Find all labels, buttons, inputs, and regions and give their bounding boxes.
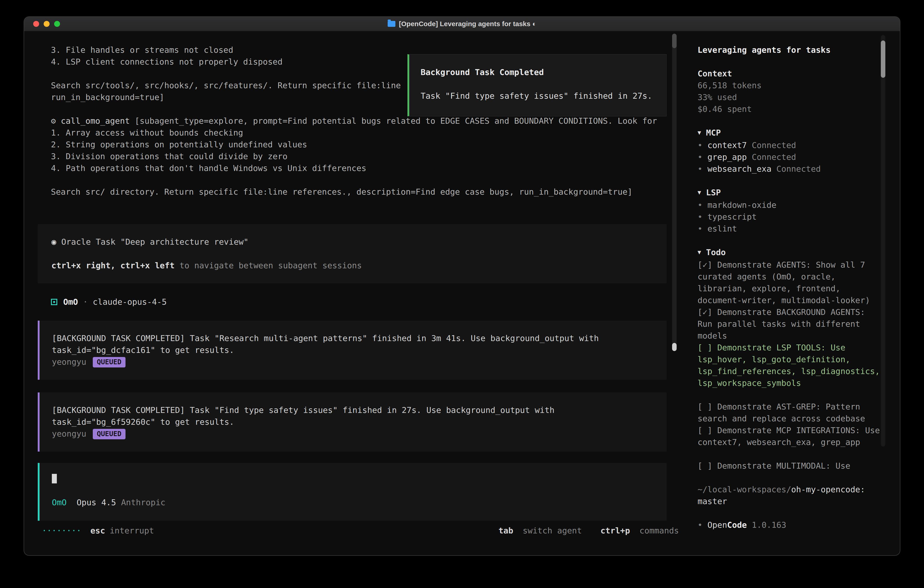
context-used: 33% used [698, 91, 882, 103]
session-sidebar: Leveraging agents for tasks Context 66,5… [689, 31, 900, 556]
hint-text: to navigate between subagent sessions [175, 261, 362, 270]
lsp-item: • typescript [698, 211, 882, 223]
input-provider-name: Anthropic [121, 498, 165, 507]
message-meta: yeongyuQUEUED [52, 428, 655, 440]
workspace-path: ~/local-workspaces/oh-my-opencode: maste… [698, 484, 882, 507]
lsp-item: • markdown-oxide [698, 199, 882, 211]
mcp-item: • context7 Connected [698, 139, 882, 151]
ctrlp-key-label: commands [640, 526, 679, 535]
input-agent-name: OmO [52, 498, 67, 507]
toast-body: Task "Find type safety issues" finished … [421, 90, 655, 102]
message-background-task-2: [BACKGROUND TASK COMPLETED] Task "Find t… [38, 393, 667, 452]
input-model-name: Opus 4.5 [77, 498, 116, 507]
tool-call-name: call_omo_agent [61, 116, 130, 126]
oracle-task-panel: ◉ Oracle Task "Deep architecture review"… [38, 224, 667, 283]
terminal-main: 3. File handles or streams not closed 4.… [38, 31, 667, 537]
workspace-repo: oh-my-opencode: [791, 485, 865, 494]
todo-item: [ ] Demonstrate MCP INTEGRATIONS: Use co… [698, 424, 882, 448]
scrollback-line: Search src/ directory. Return specific f… [38, 186, 667, 198]
main-scrollbar[interactable] [672, 34, 676, 351]
tool-call-args: [subagent_type=explore, prompt=Find pote… [135, 116, 657, 126]
lsp-item-name: markdown-oxide [707, 200, 776, 210]
message-meta: yeongyuQUEUED [52, 356, 655, 368]
todo-item: [ ] Demonstrate MULTIMODAL: Use [698, 460, 882, 472]
bullet-icon: • [698, 212, 703, 221]
opencode-name: Open [707, 520, 727, 530]
mcp-item-name: websearch_exa [707, 164, 771, 173]
sidebar-scrollbar-thumb[interactable] [881, 40, 885, 78]
zoom-button[interactable] [54, 21, 60, 27]
todo-item: [✓] Demonstrate BACKGROUND AGENTS: Run p… [698, 306, 882, 342]
agent-separator: · [83, 297, 88, 307]
todo-item-active: [ ] Demonstrate LSP TOOLS: Use lsp_hover… [698, 342, 882, 389]
mcp-item-name: context7 [707, 140, 747, 150]
esc-key-label: interrupt [110, 525, 154, 537]
oracle-task-title-line: ◉ Oracle Task "Deep architecture review" [51, 236, 655, 248]
agent-square-icon [51, 299, 57, 305]
prompt-input[interactable]: OmOOpus 4.5Anthropic [38, 463, 667, 521]
mcp-item-name: grep_app [707, 152, 747, 162]
ctrlp-key-hint: ctrl+p [601, 526, 630, 535]
lsp-item: • eslint [698, 223, 882, 235]
gear-icon: ⚙ [51, 116, 56, 126]
text-cursor [52, 474, 57, 483]
statusbar-right: tab switch agent ctrl+p commands [498, 525, 679, 537]
lsp-item-name: eslint [707, 224, 737, 233]
mcp-item: • websearch_exa Connected [698, 163, 882, 175]
close-button[interactable] [33, 21, 39, 27]
context-tokens: 66,518 tokens [698, 79, 882, 91]
todo-item: [✓] Demonstrate AGENTS: Show all 7 curat… [698, 259, 882, 306]
spinner-dots: ········ [42, 525, 81, 537]
input-model-line: OmOOpus 4.5Anthropic [52, 497, 655, 509]
scrollback-line: 4. Path operations that don't handle Win… [38, 162, 667, 174]
agent-header: OmO · claude-opus-4-5 [38, 296, 667, 308]
background-task-toast: Background Task Completed Task "Find typ… [408, 54, 667, 116]
sidebar-scrollbar[interactable] [881, 35, 885, 447]
message-background-task-1: [BACKGROUND TASK COMPLETED] Task "Resear… [38, 320, 667, 380]
tab-key-hint: tab [498, 526, 513, 535]
window-title: [OpenCode] Leveraging agents for tasks ◐ [24, 20, 900, 28]
lsp-section-header[interactable]: ▼ LSP [698, 187, 882, 199]
message-line: task_id="bg_dcfac161" to get results. [52, 344, 655, 356]
bullet-icon: • [698, 164, 703, 173]
scrollback-line: 1. Array access without bounds checking [38, 127, 667, 139]
todo-heading-label: Todo [706, 248, 726, 257]
minimize-button[interactable] [44, 21, 50, 27]
tab-key-label: switch agent [523, 526, 582, 535]
mcp-section-header[interactable]: ▼ MCP [698, 127, 882, 139]
main-scrollbar-thumb[interactable] [672, 343, 676, 351]
window-title-text: [OpenCode] Leveraging agents for tasks ◐ [399, 20, 536, 28]
queued-badge: QUEUED [93, 429, 125, 439]
screen: [OpenCode] Leveraging agents for tasks ◐… [0, 0, 924, 588]
toast-title: Background Task Completed [421, 66, 655, 78]
queued-badge: QUEUED [93, 357, 125, 367]
main-scrollbar-top-segment[interactable] [672, 34, 676, 48]
message-author: yeongyu [52, 357, 86, 367]
statusbar: ········ esc interrupt tab switch agent … [38, 525, 679, 537]
input-cursor-line[interactable] [52, 473, 655, 485]
mcp-item: • grep_app Connected [698, 151, 882, 163]
folder-icon [388, 21, 395, 27]
subagent-nav-hint: ctrl+x right, ctrl+x left to navigate be… [51, 260, 655, 271]
titlebar[interactable]: [OpenCode] Leveraging agents for tasks ◐ [24, 17, 900, 31]
opencode-version: 1.0.163 [752, 520, 786, 530]
message-line: [BACKGROUND TASK COMPLETED] Task "Find t… [52, 404, 655, 416]
context-heading: Context [698, 68, 882, 79]
todo-section-header[interactable]: ▼ Todo [698, 246, 882, 259]
opencode-name-bold: Code [727, 520, 747, 530]
oracle-task-title: Oracle Task "Deep architecture review" [61, 237, 249, 246]
message-line: [BACKGROUND TASK COMPLETED] Task "Resear… [52, 332, 655, 344]
window-content: 3. File handles or streams not closed 4.… [24, 31, 900, 556]
tool-call-line: ⚙ call_omo_agent [subagent_type=explore,… [38, 115, 667, 127]
message-author: yeongyu [52, 429, 86, 438]
mcp-item-status: Connected [776, 164, 821, 173]
mcp-item-status: Connected [752, 152, 796, 162]
context-spent: $0.46 spent [698, 103, 882, 115]
bullet-icon: • [698, 140, 703, 150]
agent-model: claude-opus-4-5 [93, 297, 167, 307]
bullet-icon: • [698, 200, 703, 210]
lsp-item-name: typescript [707, 212, 757, 221]
scrollback-line: 2. String operations on potentially unde… [38, 139, 667, 150]
mcp-item-status: Connected [752, 140, 796, 150]
oracle-icon: ◉ [51, 237, 56, 246]
